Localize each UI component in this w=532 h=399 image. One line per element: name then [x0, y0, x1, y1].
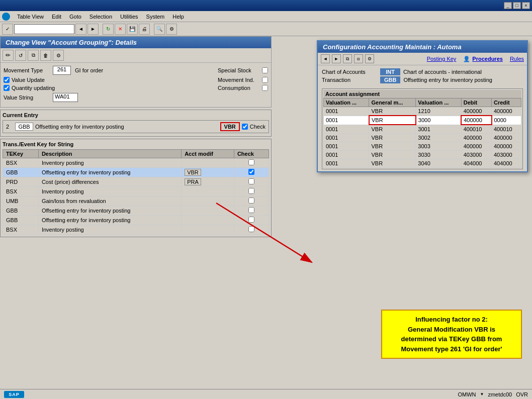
config-icon[interactable]: ⚙: [53, 50, 64, 61]
check-cell: [234, 168, 269, 177]
current-entry-row: 2 GBB Offsetting entry for inventory pos…: [3, 120, 269, 133]
tekey-cell: GBB: [3, 216, 39, 225]
save-icon[interactable]: 💾: [127, 24, 138, 35]
tekey-row[interactable]: BSX Inventory posting: [3, 158, 269, 168]
menu-utilities[interactable]: Utilities: [116, 13, 142, 21]
command-input[interactable]: [14, 24, 74, 34]
tekey-table: TEKey Description Acct modif Check BSX I…: [3, 149, 269, 235]
entry-key: GBB: [15, 123, 33, 131]
quantity-update-checkbox[interactable]: [4, 85, 10, 91]
stop-icon[interactable]: ✕: [115, 24, 126, 35]
value-update-checkbox[interactable]: [4, 77, 10, 83]
tekey-row[interactable]: PRD Cost (price) differences PRA: [3, 177, 269, 187]
menu-selection[interactable]: Selection: [85, 13, 116, 21]
nav-next-icon[interactable]: ►: [87, 24, 99, 35]
entry-number: 2: [6, 124, 13, 130]
value-string-input[interactable]: WA01: [53, 93, 78, 102]
quantity-update-label: Quantity updating: [12, 85, 55, 91]
print-icon[interactable]: 🖨: [139, 24, 150, 35]
rp-nav-prev-icon[interactable]: ◄: [321, 54, 330, 63]
rp-copy1-icon[interactable]: ⧉: [343, 54, 352, 63]
quantity-update-row: Quantity updating Consumption: [4, 85, 268, 91]
current-entry-section: Current Entry 2 GBB Offsetting entry for…: [0, 110, 272, 137]
trans-section-title: Trans./Event Key for String: [3, 141, 269, 147]
account-row[interactable]: 0001 VBR 1210 400000 400000: [324, 107, 521, 116]
check-cell: [234, 206, 269, 216]
procedures-link[interactable]: Procedures: [472, 56, 503, 62]
menu-table-view[interactable]: Table View: [13, 13, 48, 21]
debit-cell: 400010: [461, 125, 491, 134]
minimize-button[interactable]: _: [504, 2, 512, 9]
tekey-row[interactable]: GBB Offsetting entry for inventory posti…: [3, 206, 269, 216]
check-cell: [234, 177, 269, 187]
movement-ind-checkbox[interactable]: [262, 77, 268, 83]
credit-cell: 403000: [492, 151, 521, 159]
maximize-button[interactable]: □: [513, 2, 521, 9]
value-update-wrapper: Value Update: [4, 77, 45, 83]
left-panel: Change View "Account Grouping": Details …: [0, 36, 272, 377]
dropdown-arrow-icon[interactable]: ▼: [480, 392, 484, 396]
account-row[interactable]: 0001 VBR 3003 400000 400000: [324, 142, 521, 151]
desc-cell: Inventory posting: [38, 187, 181, 196]
credit-cell: 404000: [492, 159, 521, 168]
tekey-row[interactable]: UMB Gain/loss from revaluation: [3, 196, 269, 206]
special-stock-checkbox[interactable]: [262, 67, 268, 73]
copy-icon[interactable]: ⧉: [28, 50, 39, 61]
right-panel-title: Configuration Accounting Maintain : Auto…: [318, 41, 527, 53]
desc-cell: Offsetting entry for inventory posting: [38, 168, 181, 177]
settings-icon[interactable]: ⚙: [166, 24, 177, 35]
general-cell: VBR: [369, 116, 416, 125]
menu-system[interactable]: System: [142, 13, 169, 21]
val2-cell: 3003: [416, 142, 461, 151]
tekey-row[interactable]: BSX Inventory posting: [3, 225, 269, 235]
val2-cell: 3030: [416, 151, 461, 159]
posting-key-link[interactable]: Posting Key: [427, 56, 457, 62]
debit-cell: 400000: [461, 142, 491, 151]
tekey-row[interactable]: GBB Offsetting entry for inventory posti…: [3, 168, 269, 177]
undo-icon[interactable]: ↺: [15, 50, 26, 61]
account-row[interactable]: 0001 VBR 3030 403000 403000: [324, 151, 521, 159]
consumption-checkbox[interactable]: [262, 85, 268, 91]
tekey-cell: BSX: [3, 187, 39, 196]
annotation-box: Influencing factor no 2:General Modifica…: [381, 310, 522, 359]
val1-cell: 0001: [324, 125, 369, 134]
account-row[interactable]: 0001 VBR 3001 400010 400010: [324, 125, 521, 134]
account-row[interactable]: 0001 VBR 3040 404000 404000: [324, 159, 521, 168]
val1-cell: 0001: [324, 107, 369, 116]
find-icon[interactable]: 🔍: [154, 24, 165, 35]
tekey-row[interactable]: GBB Offsetting entry for inventory posti…: [3, 216, 269, 225]
menu-goto[interactable]: Goto: [65, 13, 85, 21]
nav-prev-icon[interactable]: ◄: [75, 24, 86, 35]
desc-cell: Offsetting entry for inventory posting: [38, 216, 181, 225]
delete-icon[interactable]: 🗑: [40, 50, 51, 61]
movement-type-value[interactable]: 261: [53, 66, 71, 75]
movement-type-row: Movement Type 261 GI for order Special S…: [4, 66, 268, 75]
account-row[interactable]: 0001 VBR 3000 400000 0000: [324, 116, 521, 125]
general-cell: VBR: [369, 151, 416, 159]
entry-check-checkbox[interactable]: [242, 124, 248, 130]
menu-help[interactable]: Help: [168, 13, 188, 21]
menu-edit[interactable]: Edit: [48, 13, 65, 21]
desc-cell: Offsetting entry for inventory posting: [38, 206, 181, 216]
tekey-cell: PRD: [3, 177, 39, 187]
account-row[interactable]: 0001 VBR 3002 400000 400000: [324, 134, 521, 142]
tekey-cell: BSX: [3, 225, 39, 235]
rules-link[interactable]: Rules: [510, 56, 524, 62]
back-icon[interactable]: ✓: [2, 24, 13, 35]
annotation-text: Influencing factor no 2:General Modifica…: [401, 316, 502, 353]
refresh-icon[interactable]: ↻: [103, 24, 114, 35]
main-panel: Change View "Account Grouping": Details …: [0, 36, 272, 108]
tekey-cell: GBB: [3, 206, 39, 216]
val1-cell: 0001: [324, 151, 369, 159]
tekey-row[interactable]: BSX Inventory posting: [3, 187, 269, 196]
check-cell: [234, 187, 269, 196]
edit-pencil-icon[interactable]: ✏: [3, 50, 14, 61]
acct-cell: PRA: [182, 177, 234, 187]
close-button[interactable]: ×: [522, 2, 530, 9]
coa-value: INT: [380, 68, 400, 75]
credit-col-header: Credit: [492, 98, 521, 107]
rp-nav-next-icon[interactable]: ►: [332, 54, 341, 63]
acct-col-header: Acct modif: [182, 150, 234, 158]
rp-settings-icon[interactable]: ⚙: [365, 54, 374, 63]
rp-copy2-icon[interactable]: ⧈: [354, 54, 363, 63]
